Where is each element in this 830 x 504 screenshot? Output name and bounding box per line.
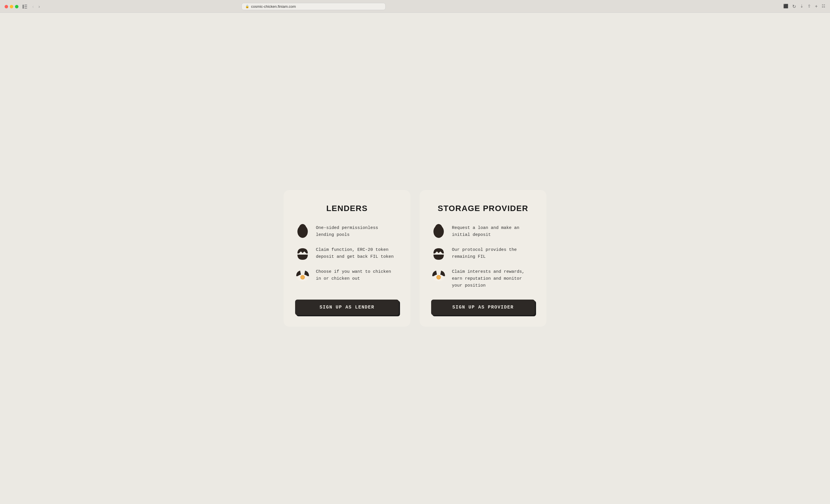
egg-cracked-icon-2	[431, 245, 446, 260]
provider-feature-3: Claim interests and rewards, earn reputa…	[431, 267, 535, 289]
lenders-card: LENDERS One-sided permissionless lending…	[284, 190, 410, 327]
svg-rect-0	[23, 5, 24, 9]
lenders-feature-2: Claim function, ERC-20 token deposit and…	[295, 245, 399, 260]
cast-icon[interactable]: ⬛	[783, 4, 788, 9]
forward-button[interactable]: ›	[37, 3, 41, 10]
signup-lender-button[interactable]: SIGN UP AS LENDER	[295, 300, 399, 315]
lenders-feature-3: Choose if you want to chicken in or chic…	[295, 267, 399, 282]
egg-cracked-icon-1	[295, 245, 310, 260]
address-bar[interactable]: 🔒 cosmic-chicken.finiam.com	[242, 3, 386, 10]
sidebar-toggle[interactable]	[22, 4, 28, 9]
page-content: LENDERS One-sided permissionless lending…	[0, 13, 830, 504]
cards-container: LENDERS One-sided permissionless lending…	[277, 190, 553, 327]
provider-features: Request a loan and make an initial depos…	[431, 223, 535, 289]
lenders-feature-text-3: Choose if you want to chicken in or chic…	[316, 267, 399, 282]
lenders-feature-text-1: One-sided permissionless lending pools	[316, 223, 399, 239]
egg-whole-icon-2	[431, 223, 446, 239]
provider-feature-2: Our protocol provides the remaining FIL	[431, 245, 535, 260]
egg-hatched-icon-1	[295, 267, 310, 282]
svg-point-13	[437, 276, 440, 279]
browser-actions: ⬛ ↻ ⇣ ⇧ + ☷	[783, 4, 825, 9]
download-icon[interactable]: ⇣	[800, 4, 803, 9]
provider-feature-text-3: Claim interests and rewards, earn reputa…	[452, 267, 535, 289]
svg-point-10	[435, 224, 442, 233]
url-text: cosmic-chicken.finiam.com	[251, 4, 296, 9]
egg-whole-icon-1	[295, 223, 310, 239]
tabs-icon[interactable]: ☷	[822, 4, 825, 9]
share-icon[interactable]: ⇧	[807, 4, 811, 9]
fullscreen-button[interactable]	[15, 5, 19, 8]
new-tab-icon[interactable]: +	[815, 4, 818, 9]
svg-rect-3	[25, 8, 27, 9]
lenders-features: One-sided permissionless lending pools	[295, 223, 399, 289]
svg-rect-2	[25, 6, 27, 7]
svg-point-5	[299, 224, 306, 233]
provider-title: STORAGE PROVIDER	[431, 204, 535, 213]
lenders-feature-text-2: Claim function, ERC-20 token deposit and…	[316, 245, 399, 260]
svg-rect-1	[25, 5, 27, 5]
svg-point-8	[301, 276, 304, 279]
minimize-button[interactable]	[10, 5, 13, 8]
close-button[interactable]	[5, 5, 8, 8]
browser-nav: ‹ ›	[31, 3, 41, 10]
lenders-feature-1: One-sided permissionless lending pools	[295, 223, 399, 239]
signup-provider-button[interactable]: SIGN UP AS PROVIDER	[431, 300, 535, 315]
provider-feature-text-2: Our protocol provides the remaining FIL	[452, 245, 535, 260]
provider-card: STORAGE PROVIDER Request a loan and make…	[420, 190, 546, 327]
lock-icon: 🔒	[245, 5, 249, 8]
lenders-title: LENDERS	[295, 204, 399, 213]
provider-feature-text-1: Request a loan and make an initial depos…	[452, 223, 535, 239]
traffic-lights	[5, 5, 19, 8]
browser-chrome: ‹ › 🔒 cosmic-chicken.finiam.com ⬛ ↻ ⇣ ⇧ …	[0, 0, 830, 13]
back-button[interactable]: ‹	[31, 3, 35, 10]
egg-hatched-icon-2	[431, 267, 446, 282]
reload-icon[interactable]: ↻	[792, 4, 796, 9]
provider-feature-1: Request a loan and make an initial depos…	[431, 223, 535, 239]
